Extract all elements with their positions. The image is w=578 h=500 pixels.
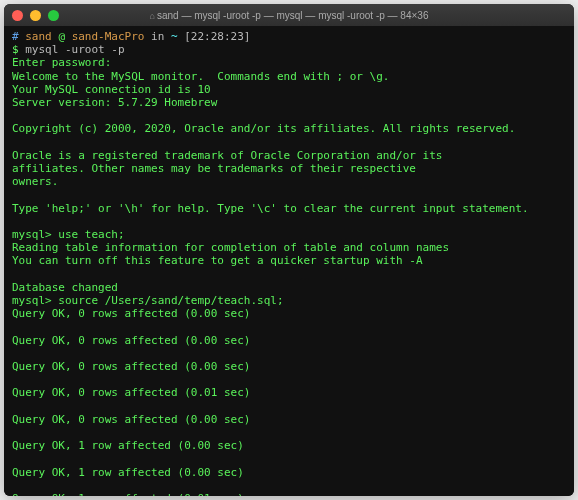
blank-line <box>12 373 566 386</box>
close-icon[interactable] <box>12 10 23 21</box>
mysql-prompt: mysql> <box>12 294 52 307</box>
output-line: Query OK, 0 rows affected (0.00 sec) <box>12 307 566 320</box>
output-line: owners. <box>12 175 566 188</box>
blank-line <box>12 453 566 466</box>
blank-line <box>12 320 566 333</box>
mysql-line: mysql> source /Users/sand/temp/teach.sql… <box>12 294 566 307</box>
minimize-icon[interactable] <box>30 10 41 21</box>
blank-line <box>12 136 566 149</box>
blank-line <box>12 215 566 228</box>
output-line: Server version: 5.7.29 Homebrew <box>12 96 566 109</box>
blank-line <box>12 109 566 122</box>
mysql-prompt: mysql> <box>12 228 52 241</box>
prompt-host: sand-MacPro <box>72 30 145 43</box>
blank-line <box>12 400 566 413</box>
output-line: Query OK, 0 rows affected (0.00 sec) <box>12 360 566 373</box>
prompt-user: sand <box>25 30 52 43</box>
output-line: Query OK, 1 row affected (0.01 sec) <box>12 492 566 496</box>
output-line: affiliates. Other names may be trademark… <box>12 162 566 175</box>
blank-line <box>12 479 566 492</box>
output-line: Enter password: <box>12 56 566 69</box>
cmd-line: $ mysql -uroot -p <box>12 43 566 56</box>
output-line: Query OK, 0 rows affected (0.00 sec) <box>12 413 566 426</box>
blank-line <box>12 188 566 201</box>
blank-line <box>12 426 566 439</box>
output-line: Your MySQL connection id is 10 <box>12 83 566 96</box>
terminal-body[interactable]: # sand @ sand-MacPro in ~ [22:28:23]$ my… <box>4 26 574 496</box>
prompt-time: [22:28:23] <box>184 30 250 43</box>
titlebar[interactable]: ⌂sand — mysql -uroot -p — mysql — mysql … <box>4 4 574 26</box>
traffic-lights <box>12 10 59 21</box>
zoom-icon[interactable] <box>48 10 59 21</box>
terminal-window: ⌂sand — mysql -uroot -p — mysql — mysql … <box>4 4 574 496</box>
output-line: Query OK, 0 rows affected (0.01 sec) <box>12 386 566 399</box>
window-title-text: sand — mysql -uroot -p — mysql — mysql -… <box>157 10 428 21</box>
output-line: Copyright (c) 2000, 2020, Oracle and/or … <box>12 122 566 135</box>
shell-cmd: mysql -uroot -p <box>25 43 124 56</box>
mysql-cmd: use teach; <box>52 228 125 241</box>
output-line: Type 'help;' or '\h' for help. Type '\c'… <box>12 202 566 215</box>
prompt-line: # sand @ sand-MacPro in ~ [22:28:23] <box>12 30 566 43</box>
output-line: Database changed <box>12 281 566 294</box>
output-line: Oracle is a registered trademark of Orac… <box>12 149 566 162</box>
output-line: Query OK, 0 rows affected (0.00 sec) <box>12 334 566 347</box>
prompt-hash: # <box>12 30 19 43</box>
mysql-line: mysql> use teach; <box>12 228 566 241</box>
output-line: Query OK, 1 row affected (0.00 sec) <box>12 466 566 479</box>
prompt-dollar: $ <box>12 43 19 56</box>
output-line: Query OK, 1 row affected (0.00 sec) <box>12 439 566 452</box>
blank-line <box>12 347 566 360</box>
window-title: ⌂sand — mysql -uroot -p — mysql — mysql … <box>150 10 429 21</box>
prompt-dir: ~ <box>171 30 178 43</box>
home-icon: ⌂ <box>150 11 155 21</box>
mysql-cmd: source /Users/sand/temp/teach.sql; <box>52 294 284 307</box>
blank-line <box>12 268 566 281</box>
prompt-in: in <box>151 30 164 43</box>
output-line: Reading table information for completion… <box>12 241 566 254</box>
output-line: You can turn off this feature to get a q… <box>12 254 566 267</box>
output-line: Welcome to the MySQL monitor. Commands e… <box>12 70 566 83</box>
prompt-at: @ <box>58 30 65 43</box>
